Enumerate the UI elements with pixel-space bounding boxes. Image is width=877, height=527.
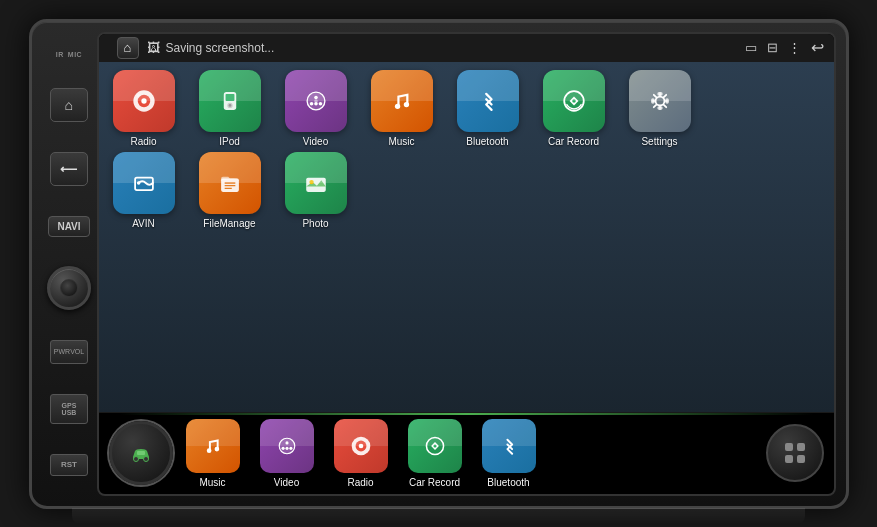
svg-point-33 xyxy=(143,457,148,462)
dock-carrecord[interactable]: Car Record xyxy=(401,419,469,488)
knob-inner xyxy=(60,279,78,297)
app-label-ipod: IPod xyxy=(219,136,240,148)
app-icon-carrecord-1 xyxy=(543,70,605,132)
dock-music[interactable]: Music xyxy=(179,419,247,488)
svg-point-25 xyxy=(136,181,140,185)
app-label-radio: Radio xyxy=(130,136,156,148)
side-controls: IR MIC ⌂ ⟵ NAVI PWR VOL GPS USB RST xyxy=(42,32,97,496)
svg-point-31 xyxy=(309,179,313,183)
app-row-2: AVIN FileManage xyxy=(105,152,828,230)
app-ipod[interactable]: IPod xyxy=(191,70,269,148)
svg-point-41 xyxy=(289,446,292,449)
app-carrecord-1[interactable]: Car Record xyxy=(535,70,613,148)
dock: Music Video xyxy=(99,412,834,494)
svg-point-15 xyxy=(394,103,399,108)
app-icon-music xyxy=(371,70,433,132)
svg-point-12 xyxy=(318,101,322,105)
mic-label: MIC xyxy=(68,51,82,58)
rst-button[interactable]: RST xyxy=(50,454,88,476)
app-icon-radio xyxy=(113,70,175,132)
dock-radio[interactable]: Radio xyxy=(327,419,395,488)
app-label-filemanage: FileManage xyxy=(203,218,255,230)
svg-point-47 xyxy=(433,444,436,447)
app-bluetooth[interactable]: Bluetooth xyxy=(449,70,527,148)
app-grid: Radio IPod xyxy=(99,62,834,412)
all-apps-icon xyxy=(785,443,805,463)
dock-label-video: Video xyxy=(274,477,299,488)
dock-video[interactable]: Video xyxy=(253,419,321,488)
svg-rect-20 xyxy=(651,98,655,103)
dock-label-radio: Radio xyxy=(347,477,373,488)
pwr-vol-button[interactable]: PWR VOL xyxy=(50,340,88,364)
home-button[interactable]: ⌂ xyxy=(50,88,88,122)
svg-point-2 xyxy=(141,98,146,103)
app-label-video: Video xyxy=(303,136,328,148)
dock-label-bluetooth: Bluetooth xyxy=(487,477,529,488)
status-bar-right: ▭ ⊟ ⋮ ↩ xyxy=(745,38,824,57)
ir-mic-labels: IR MIC xyxy=(56,51,82,58)
app-label-carrecord-1: Car Record xyxy=(548,136,599,148)
svg-point-10 xyxy=(314,95,318,99)
battery-icon: ▭ xyxy=(745,40,757,55)
rst-label: RST xyxy=(61,460,77,469)
dock-label-carrecord: Car Record xyxy=(409,477,460,488)
app-icon-ipod xyxy=(199,70,261,132)
status-bar-center: 🖼 Saving screenshot... xyxy=(147,40,737,55)
volume-knob[interactable] xyxy=(47,266,91,310)
app-radio[interactable]: Radio xyxy=(105,70,183,148)
app-avin[interactable]: AVIN xyxy=(105,152,183,230)
gps-usb-button[interactable]: GPS USB xyxy=(50,394,88,424)
svg-point-14 xyxy=(314,99,318,103)
app-icon-video xyxy=(285,70,347,132)
app-label-bluetooth: Bluetooth xyxy=(466,136,508,148)
ir-label: IR xyxy=(56,51,64,58)
app-icon-bluetooth xyxy=(457,70,519,132)
app-video[interactable]: Video xyxy=(277,70,355,148)
gps-label: GPS xyxy=(62,402,77,409)
back-nav-icon[interactable]: ↩ xyxy=(811,38,824,57)
svg-point-36 xyxy=(214,446,219,451)
dock-icon-music xyxy=(186,419,240,473)
svg-point-35 xyxy=(206,448,211,453)
back-button[interactable]: ⟵ xyxy=(50,152,88,186)
dock-icon-bluetooth xyxy=(482,419,536,473)
usb-label: USB xyxy=(62,409,77,416)
screenshot-icon: 🖼 xyxy=(147,40,160,55)
status-home-button[interactable]: ⌂ xyxy=(117,37,139,59)
svg-point-32 xyxy=(133,457,138,462)
navi-button[interactable]: NAVI xyxy=(48,216,89,237)
pwr-label: PWR xyxy=(54,348,70,356)
dock-icon-video xyxy=(260,419,314,473)
menu-icon[interactable]: ⋮ xyxy=(788,40,801,55)
svg-point-45 xyxy=(358,443,363,448)
app-label-photo: Photo xyxy=(302,218,328,230)
screen: ⌂ 🖼 Saving screenshot... ▭ ⊟ ⋮ ↩ xyxy=(97,32,836,496)
app-label-avin: AVIN xyxy=(132,218,155,230)
app-icon-settings xyxy=(629,70,691,132)
all-apps-button[interactable] xyxy=(766,424,824,482)
app-label-music: Music xyxy=(388,136,414,148)
app-label-settings: Settings xyxy=(641,136,677,148)
svg-rect-34 xyxy=(137,451,145,455)
app-music[interactable]: Music xyxy=(363,70,441,148)
app-filemanage[interactable]: FileManage xyxy=(191,152,269,230)
svg-point-7 xyxy=(228,104,231,107)
car-unit: IR MIC ⌂ ⟵ NAVI PWR VOL GPS USB RST xyxy=(29,19,849,509)
dock-bluetooth[interactable]: Bluetooth xyxy=(475,419,543,488)
svg-point-18 xyxy=(572,99,576,103)
svg-point-40 xyxy=(281,446,284,449)
app-icon-photo xyxy=(285,152,347,214)
app-photo[interactable]: Photo xyxy=(277,152,355,230)
app-settings[interactable]: Settings xyxy=(621,70,699,148)
svg-rect-3 xyxy=(136,93,140,97)
dock-icon-radio xyxy=(334,419,388,473)
vol-label: VOL xyxy=(70,348,84,356)
svg-point-39 xyxy=(285,441,288,444)
svg-rect-22 xyxy=(657,92,662,96)
status-bar: ⌂ 🖼 Saving screenshot... ▭ ⊟ ⋮ ↩ xyxy=(99,34,834,62)
app-row-1: Radio IPod xyxy=(105,70,828,148)
app-icon-avin xyxy=(113,152,175,214)
dock-car-button[interactable] xyxy=(109,421,173,485)
screenshot-text: Saving screenshot... xyxy=(166,41,275,55)
dock-icon-carrecord xyxy=(408,419,462,473)
